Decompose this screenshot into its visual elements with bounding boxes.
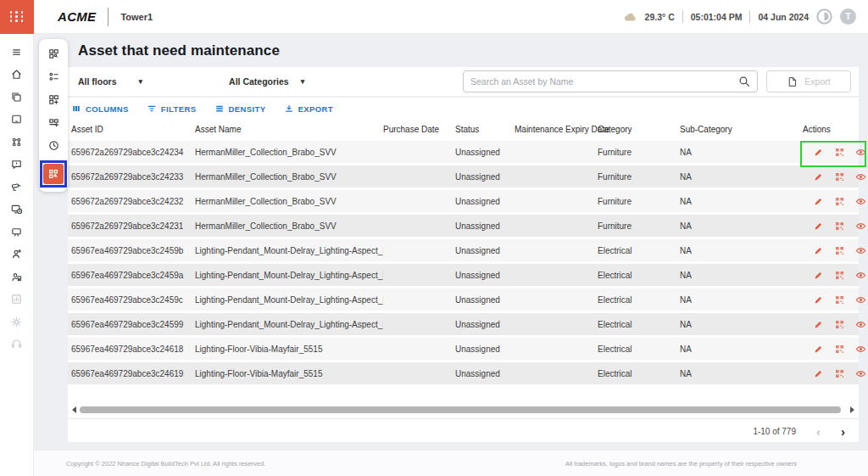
cell-actions bbox=[803, 245, 866, 256]
chat-alert-icon[interactable] bbox=[0, 154, 34, 176]
view-icon[interactable] bbox=[855, 221, 866, 232]
device-icon[interactable] bbox=[0, 109, 34, 132]
edit-icon[interactable] bbox=[813, 221, 824, 232]
maintenance-qr-icon[interactable] bbox=[43, 164, 64, 184]
cell-status: Unassigned bbox=[455, 172, 515, 182]
scrollbar-track[interactable] bbox=[79, 406, 848, 414]
edit-icon[interactable] bbox=[813, 294, 824, 305]
table-row[interactable]: 65967ea469729abce3c24618 Lighting-Floor-… bbox=[68, 338, 859, 362]
search-icon[interactable] bbox=[738, 76, 750, 87]
edit-icon[interactable] bbox=[813, 171, 824, 182]
cell-sub-category: NA bbox=[680, 246, 803, 255]
col-maintenance-expiry[interactable]: Maintenance Expiry Date bbox=[515, 125, 598, 134]
export-file-icon bbox=[787, 76, 798, 87]
cell-asset-id: 65967ea469729abce3c24618 bbox=[71, 344, 195, 354]
settings-icon[interactable] bbox=[0, 311, 34, 333]
qr-code-icon[interactable] bbox=[834, 294, 845, 305]
cell-asset-name: HermanMiller_Collection_Brabo_SVV bbox=[195, 221, 383, 231]
monitor-clock-icon[interactable] bbox=[0, 199, 34, 221]
scroll-left-arrow[interactable] bbox=[72, 406, 76, 413]
cell-asset-id: 65967ea469729abce3c2459b bbox=[71, 246, 195, 255]
screen-icon[interactable] bbox=[0, 221, 34, 244]
table-row[interactable]: 659672a269729abce3c24232 HermanMiller_Co… bbox=[68, 190, 859, 215]
qr-code-icon[interactable] bbox=[834, 319, 845, 330]
col-status[interactable]: Status bbox=[455, 125, 515, 134]
horizontal-scrollbar bbox=[68, 405, 859, 415]
view-icon[interactable] bbox=[855, 270, 866, 281]
contrast-icon bbox=[816, 8, 832, 25]
table-row[interactable]: 65967ea469729abce3c2459b Lighting-Pendan… bbox=[68, 239, 859, 264]
filters-button[interactable]: FILTERS bbox=[147, 104, 197, 114]
categories-dropdown[interactable]: All Categories ▾ bbox=[229, 76, 304, 87]
cctv-icon[interactable] bbox=[0, 176, 34, 199]
density-button[interactable]: DENSITY bbox=[214, 104, 266, 114]
user-badge-icon[interactable] bbox=[0, 266, 34, 288]
col-sub-category[interactable]: Sub-Category bbox=[680, 125, 803, 134]
qr-code-icon[interactable] bbox=[834, 221, 845, 232]
cell-status: Unassigned bbox=[455, 148, 515, 157]
search-input[interactable] bbox=[470, 76, 738, 87]
report-icon[interactable] bbox=[0, 288, 34, 311]
view-icon[interactable] bbox=[855, 319, 866, 330]
edit-icon[interactable] bbox=[813, 344, 824, 355]
home-icon[interactable] bbox=[0, 64, 34, 87]
qr-code-icon[interactable] bbox=[834, 196, 845, 207]
table-row[interactable]: 65967ea469729abce3c2459c Lighting-Pendan… bbox=[68, 288, 859, 313]
support-icon[interactable] bbox=[0, 333, 34, 356]
workflow-icon[interactable] bbox=[0, 131, 34, 154]
app-launcher-button[interactable] bbox=[0, 0, 34, 34]
cell-actions bbox=[803, 147, 866, 158]
table-row[interactable]: 659672a269729abce3c24234 HermanMiller_Co… bbox=[68, 141, 859, 165]
qr-code-icon[interactable] bbox=[834, 368, 845, 379]
table-row[interactable]: 659672a269729abce3c24233 HermanMiller_Co… bbox=[68, 165, 859, 190]
qr-code-icon[interactable] bbox=[834, 147, 845, 158]
qr-add-icon[interactable] bbox=[43, 90, 64, 109]
qr-code-icon[interactable] bbox=[834, 171, 845, 182]
view-icon[interactable] bbox=[855, 196, 866, 207]
table-row[interactable]: 65967ea469729abce3c24599 Lighting-Pendan… bbox=[68, 313, 859, 338]
user-avatar[interactable]: T bbox=[840, 8, 856, 25]
qr-code-icon[interactable] bbox=[834, 245, 845, 256]
density-button-label: DENSITY bbox=[229, 104, 266, 114]
categories-dropdown-label: All Categories bbox=[229, 76, 289, 87]
theme-contrast-button[interactable] bbox=[816, 8, 832, 25]
table-row[interactable]: 65967ea469729abce3c2459a Lighting-Pendan… bbox=[68, 264, 859, 288]
edit-icon[interactable] bbox=[813, 245, 824, 256]
view-icon[interactable] bbox=[855, 368, 866, 379]
next-page-button[interactable]: › bbox=[841, 425, 845, 438]
edit-icon[interactable] bbox=[813, 147, 824, 158]
col-purchase-date[interactable]: Purchase Date bbox=[383, 125, 455, 134]
edit-icon[interactable] bbox=[813, 196, 824, 207]
history-icon[interactable] bbox=[43, 136, 64, 155]
floors-dropdown[interactable]: All floors ▾ bbox=[78, 76, 142, 87]
team-icon[interactable] bbox=[0, 244, 34, 266]
menu-icon[interactable] bbox=[0, 41, 34, 64]
asset-checklist-icon[interactable] bbox=[43, 67, 64, 87]
qr-code-icon[interactable] bbox=[834, 344, 845, 355]
time-label: 05:01:04 PM bbox=[691, 12, 743, 22]
edit-icon[interactable] bbox=[813, 368, 824, 379]
scroll-right-arrow[interactable] bbox=[850, 406, 854, 413]
col-asset-id[interactable]: Asset ID bbox=[71, 125, 195, 134]
table-row[interactable]: 659672a269729abce3c24231 HermanMiller_Co… bbox=[68, 215, 859, 239]
table-export-button[interactable]: EXPORT bbox=[284, 104, 333, 114]
previous-page-button[interactable]: ‹ bbox=[816, 425, 821, 438]
view-icon[interactable] bbox=[855, 147, 866, 158]
columns-button[interactable]: COLUMNS bbox=[71, 104, 129, 114]
view-icon[interactable] bbox=[855, 171, 866, 182]
col-asset-name[interactable]: Asset Name bbox=[195, 125, 383, 134]
edit-icon[interactable] bbox=[813, 319, 824, 330]
pages-icon[interactable] bbox=[0, 86, 34, 109]
qr-code-icon[interactable] bbox=[834, 270, 845, 281]
qr-scan-add-icon[interactable] bbox=[43, 113, 64, 132]
col-category[interactable]: Category bbox=[598, 125, 680, 134]
chevron-down-icon: ▾ bbox=[301, 77, 305, 86]
qr-grid-icon[interactable] bbox=[43, 44, 64, 64]
view-icon[interactable] bbox=[855, 245, 866, 256]
export-button[interactable]: Export bbox=[766, 70, 851, 92]
table-row[interactable]: 65967ea469729abce3c24619 Lighting-Floor-… bbox=[68, 362, 859, 387]
scrollbar-thumb[interactable] bbox=[80, 406, 841, 413]
edit-icon[interactable] bbox=[813, 270, 824, 281]
view-icon[interactable] bbox=[855, 294, 866, 305]
view-icon[interactable] bbox=[855, 344, 866, 355]
